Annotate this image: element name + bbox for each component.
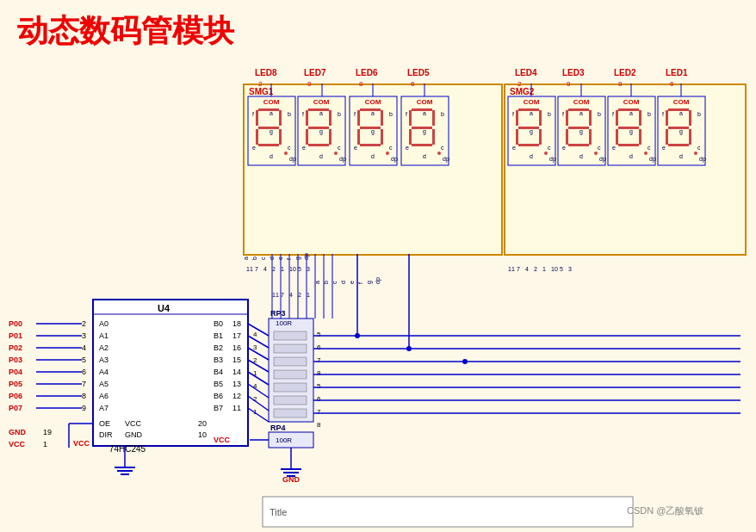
svg-rect-126	[568, 127, 589, 129]
svg-text:e: e	[512, 145, 516, 151]
svg-text:P07: P07	[9, 404, 22, 412]
svg-text:e: e	[349, 281, 355, 284]
svg-text:g: g	[679, 128, 683, 135]
svg-rect-105	[518, 144, 539, 146]
svg-text:dp: dp	[289, 156, 296, 163]
svg-text:VCC: VCC	[73, 439, 90, 448]
svg-rect-121	[589, 110, 592, 126]
svg-text:5: 5	[317, 382, 321, 390]
svg-line-279	[248, 336, 269, 348]
svg-text:A5: A5	[99, 380, 108, 388]
svg-text:a: a	[314, 281, 320, 284]
svg-text:c: c	[338, 145, 341, 151]
svg-text:2: 2	[253, 395, 257, 403]
svg-text:f: f	[354, 111, 356, 117]
svg-point-295	[462, 359, 468, 364]
svg-text:g: g	[423, 128, 426, 135]
svg-text:1: 1	[307, 292, 310, 298]
svg-text:COM: COM	[263, 98, 280, 106]
svg-rect-140	[639, 129, 641, 145]
svg-text:4: 4	[525, 266, 529, 272]
svg-text:f: f	[302, 111, 304, 117]
svg-text:8: 8	[317, 369, 321, 377]
svg-text:7: 7	[82, 380, 86, 388]
svg-rect-125	[566, 110, 568, 126]
svg-line-280	[248, 348, 269, 360]
svg-text:b: b	[251, 257, 257, 260]
svg-rect-142	[616, 129, 618, 145]
svg-rect-108	[518, 127, 539, 129]
svg-line-283	[248, 384, 269, 398]
svg-rect-69	[360, 144, 381, 146]
svg-text:7: 7	[317, 356, 321, 364]
svg-rect-139	[639, 110, 641, 126]
svg-text:g: g	[366, 281, 373, 284]
svg-rect-237	[274, 383, 307, 392]
svg-text:GND: GND	[9, 428, 27, 436]
svg-text:a: a	[243, 257, 249, 260]
svg-rect-31	[279, 110, 282, 126]
svg-text:8: 8	[359, 80, 363, 88]
svg-rect-0	[244, 84, 502, 255]
svg-text:c: c	[288, 145, 291, 151]
svg-rect-68	[381, 129, 383, 145]
svg-rect-239	[274, 409, 307, 418]
svg-text:d: d	[269, 257, 275, 260]
svg-text:b: b	[389, 111, 393, 117]
svg-rect-67	[381, 110, 383, 126]
svg-rect-312	[263, 497, 633, 527]
svg-rect-160	[666, 129, 668, 145]
svg-text:LED4: LED4	[515, 68, 537, 77]
svg-text:9: 9	[82, 404, 86, 412]
svg-text:d: d	[340, 281, 346, 284]
svg-text:g: g	[579, 128, 583, 135]
svg-text:10: 10	[551, 266, 558, 272]
svg-rect-66	[360, 108, 381, 111]
svg-point-109	[544, 152, 548, 155]
svg-text:B4: B4	[214, 368, 223, 376]
svg-text:dp: dp	[303, 253, 310, 260]
svg-text:e: e	[612, 145, 616, 151]
svg-rect-88	[409, 129, 412, 145]
svg-text:COM: COM	[573, 98, 590, 106]
svg-rect-110	[558, 96, 605, 165]
svg-line-282	[248, 372, 269, 385]
svg-text:COM: COM	[313, 98, 330, 106]
svg-rect-235	[274, 357, 307, 366]
svg-text:c: c	[648, 145, 651, 151]
svg-rect-38	[298, 96, 345, 165]
svg-rect-51	[308, 144, 329, 146]
svg-text:d: d	[530, 153, 533, 159]
svg-text:4: 4	[253, 331, 257, 338]
svg-text:g: g	[270, 128, 273, 135]
svg-text:8: 8	[82, 392, 86, 400]
svg-text:d: d	[319, 153, 323, 159]
svg-text:b: b	[338, 111, 341, 117]
svg-line-281	[248, 360, 269, 372]
svg-text:5: 5	[317, 331, 321, 338]
svg-line-285	[248, 408, 269, 422]
svg-rect-234	[274, 344, 307, 353]
svg-rect-72	[360, 127, 381, 129]
svg-text:1: 1	[253, 408, 257, 416]
svg-text:f: f	[357, 282, 363, 284]
svg-line-278	[248, 324, 269, 336]
svg-text:10: 10	[198, 430, 207, 439]
svg-text:2: 2	[517, 80, 522, 88]
svg-rect-1	[505, 84, 746, 255]
svg-text:CSDN @乙酸氧铍: CSDN @乙酸氧铍	[627, 505, 703, 516]
svg-text:dp: dp	[549, 156, 556, 163]
svg-text:1: 1	[542, 266, 546, 272]
svg-text:P00: P00	[9, 319, 22, 328]
svg-text:2: 2	[534, 266, 537, 272]
svg-text:COM: COM	[623, 98, 640, 106]
svg-text:7: 7	[281, 292, 284, 298]
svg-text:12: 12	[232, 392, 241, 400]
svg-rect-74	[401, 96, 449, 165]
svg-text:1: 1	[281, 266, 284, 272]
svg-rect-161	[666, 110, 668, 126]
svg-rect-156	[668, 108, 689, 111]
svg-text:B6: B6	[214, 392, 223, 400]
svg-rect-144	[618, 127, 639, 129]
svg-text:g: g	[371, 128, 375, 135]
